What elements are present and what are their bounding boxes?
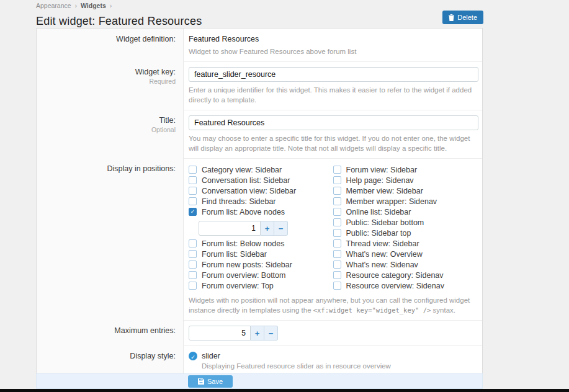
display-style-option: ✓sliderDisplaying Featured resource slid… [189, 351, 477, 370]
position-checkbox-label: Conversation view: Sidebar [202, 187, 296, 195]
delete-button-label: Delete [457, 14, 477, 21]
checkbox-icon[interactable] [189, 176, 197, 184]
position-counter-input[interactable] [199, 221, 261, 236]
checkbox-icon[interactable] [333, 208, 341, 216]
checkbox-icon[interactable] [333, 261, 341, 269]
save-button[interactable]: Save [188, 375, 233, 388]
position-checkbox-label: What's new: Sidenav [346, 261, 418, 269]
position-checkbox-label: Resource category: Sidenav [346, 271, 444, 280]
position-checkbox-row[interactable]: Forum list: Sidebar [189, 250, 333, 258]
position-checkbox-row[interactable]: Conversation view: Sidebar [189, 187, 333, 195]
checkbox-icon[interactable] [189, 261, 197, 269]
position-checkbox-row[interactable]: Help page: Sidenav [333, 176, 478, 184]
widget-definition-label: Widget definition: [37, 29, 184, 61]
positions-right-column: Forum view: SidebarHelp page: SidenavMem… [333, 166, 478, 292]
position-checkbox-row[interactable]: Resource overview: Sidenav [333, 282, 478, 290]
radio-selected-icon[interactable]: ✓ [189, 352, 197, 360]
breadcrumb: Appearance › Widgets › [36, 2, 569, 11]
edit-widget-form: Widget definition: Featured Resources Wi… [36, 28, 483, 392]
position-checkbox-row[interactable]: Online list: Sidebar [333, 208, 478, 216]
widget-key-label: Widget key: [135, 68, 176, 76]
position-checkbox-row[interactable]: Public: Sidebar top [333, 229, 478, 237]
position-checkbox-row[interactable]: Member wrapper: Sidenav [333, 197, 478, 205]
title-label: Title: [159, 116, 176, 125]
position-checkbox-label: Public: Sidebar top [346, 229, 411, 238]
position-checkbox-row[interactable]: Forum view: Sidebar [333, 166, 478, 174]
position-checkbox-row[interactable]: Find threads: Sidebar [189, 197, 333, 205]
page-title: Edit widget: Featured Resources [36, 15, 569, 28]
decrease-button[interactable]: − [264, 326, 278, 341]
position-checkbox-row[interactable]: Forum overview: Top [189, 282, 333, 290]
position-checkbox-label: Category view: Sidebar [202, 166, 282, 174]
position-checkbox-label: Help page: Sidenav [346, 176, 414, 185]
display-style-radio-row[interactable]: ✓slider [189, 351, 477, 361]
display-positions-label: Display in positions: [37, 158, 184, 320]
widget-definition-row: Widget definition: Featured Resources Wi… [37, 29, 482, 61]
increase-button[interactable]: + [251, 326, 264, 341]
position-checkbox-label: Thread view: Sidebar [346, 239, 419, 248]
position-checkbox-row[interactable]: Member view: Sidebar [333, 187, 478, 195]
checkbox-icon[interactable] [333, 176, 341, 184]
maximum-entries-stepper-input[interactable] [189, 326, 251, 341]
checkbox-icon[interactable] [189, 282, 197, 290]
floppy-disk-icon [198, 378, 204, 385]
checkbox-checked-icon[interactable]: ✓ [189, 208, 197, 216]
checkbox-icon[interactable] [333, 271, 341, 279]
display-style-option-desc: Displaying Featured resource slider as i… [202, 362, 477, 370]
save-button-label: Save [207, 378, 223, 385]
position-checkbox-label: Forum overview: Top [202, 282, 274, 290]
position-checkbox-row[interactable]: Forum overview: Bottom [189, 271, 333, 279]
position-checkbox-label: Find threads: Sidebar [202, 197, 276, 206]
increase-button[interactable]: + [261, 221, 274, 236]
checkbox-icon[interactable] [333, 197, 341, 205]
maximum-entries-label: Maximum entries: [37, 320, 184, 345]
checkbox-icon[interactable] [189, 239, 197, 247]
position-checkbox-row[interactable]: Public: Sidebar bottom [333, 218, 478, 226]
save-bar: Save [36, 373, 483, 389]
decrease-button[interactable]: − [274, 221, 288, 236]
title-optional-hint: Optional [37, 126, 176, 133]
checkbox-icon[interactable] [333, 250, 341, 258]
position-checkbox-row[interactable]: Forum list: Below nodes [189, 239, 333, 247]
breadcrumb-widgets[interactable]: Widgets [81, 2, 106, 9]
breadcrumb-separator: › [75, 2, 78, 9]
breadcrumb-appearance[interactable]: Appearance [36, 2, 71, 9]
position-checkbox-label: Member view: Sidebar [346, 187, 423, 195]
delete-button[interactable]: Delete [442, 11, 483, 24]
position-checkbox-label: Member wrapper: Sidenav [346, 197, 437, 206]
bottom-black-bar [0, 389, 569, 392]
position-checkbox-label: Forum view: Sidebar [346, 166, 418, 174]
checkbox-icon[interactable] [333, 282, 341, 290]
checkbox-icon[interactable] [189, 271, 197, 279]
position-checkbox-label: What's new: Overview [346, 250, 423, 259]
position-checkbox-row[interactable]: Category view: Sidebar [189, 166, 333, 174]
checkbox-icon[interactable] [333, 239, 341, 247]
position-checkbox-row[interactable]: What's new: Overview [333, 250, 478, 258]
checkbox-icon[interactable] [189, 197, 197, 205]
title-input[interactable] [189, 115, 478, 130]
maximum-entries-stepper: +− [189, 326, 477, 341]
position-checkbox-row[interactable]: Resource category: Sidenav [333, 271, 478, 279]
position-checkbox-label: Forum list: Sidebar [202, 250, 267, 259]
position-checkbox-row[interactable]: ✓Forum list: Above nodes [189, 208, 333, 216]
position-checkbox-row[interactable]: Conversation list: Sidebar [189, 176, 333, 184]
checkbox-icon[interactable] [333, 218, 341, 226]
maximum-entries-row: Maximum entries: +− [37, 320, 482, 345]
checkbox-icon[interactable] [333, 166, 341, 174]
title-explain: You may choose to enter a specific title… [189, 133, 480, 153]
widget-definition-explain: Widget to show Featured Resources above … [189, 47, 477, 56]
widget-key-explain: Enter a unique identifier for this widge… [189, 85, 477, 105]
title-row: Title: Optional You may choose to enter … [37, 110, 482, 158]
checkbox-icon[interactable] [333, 187, 341, 195]
widget-key-input[interactable] [189, 67, 478, 82]
position-checkbox-row[interactable]: What's new: Sidenav [333, 261, 478, 269]
breadcrumb-separator: › [110, 2, 112, 9]
checkbox-icon[interactable] [189, 166, 197, 174]
display-style-option-label: slider [202, 352, 220, 360]
checkbox-icon[interactable] [333, 229, 341, 237]
checkbox-icon[interactable] [189, 250, 197, 258]
position-checkbox-row[interactable]: Forum new posts: Sidebar [189, 261, 333, 269]
checkbox-icon[interactable] [189, 187, 197, 195]
display-positions-row: Display in positions: Category view: Sid… [37, 158, 482, 320]
position-checkbox-row[interactable]: Thread view: Sidebar [333, 239, 478, 247]
